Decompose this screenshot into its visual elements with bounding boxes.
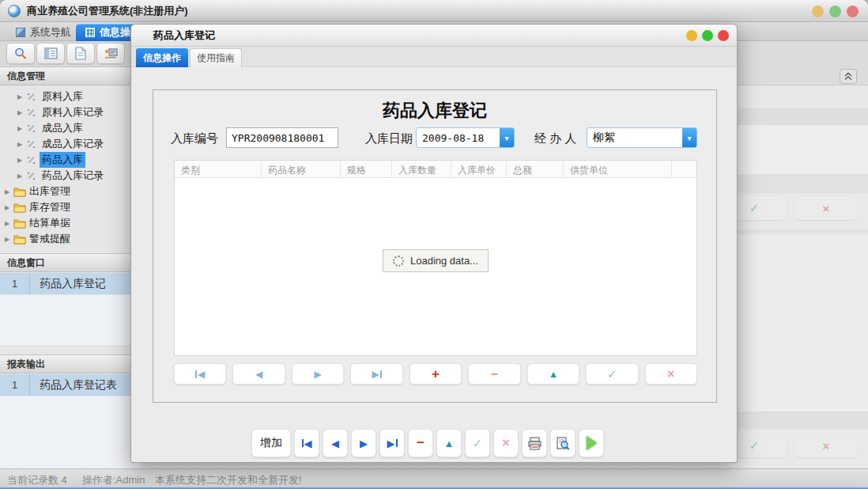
nav-next-button[interactable]: ▶ <box>292 363 344 385</box>
toolbar-next-button[interactable]: ▶ <box>351 429 376 457</box>
record-count: 当前记录数 4 <box>7 473 67 487</box>
dialog-tab-info-operation[interactable]: 信息操作 <box>136 48 188 67</box>
expand-icon[interactable]: ▶ <box>5 188 13 195</box>
operator: 操作者:Admin <box>82 473 145 487</box>
date-label: 入库日期 <box>365 131 413 146</box>
col-supplier[interactable]: 供货单位 <box>564 161 672 177</box>
record-nav-row: ◀ ◀ ▶ ▶ + − ▲ ✓ × <box>174 363 697 385</box>
grid-icon <box>85 28 95 37</box>
maximize-button[interactable] <box>829 6 841 17</box>
search-icon <box>13 47 28 61</box>
cancel-record-button[interactable]: × <box>493 429 519 457</box>
edit-row-button[interactable]: ▲ <box>527 363 579 385</box>
col-qty[interactable]: 入库数量 <box>392 161 451 177</box>
tab-system-navigation[interactable]: 系统导航 <box>6 24 81 41</box>
nav-first-button[interactable]: ◀ <box>174 363 226 385</box>
collapse-panel-button[interactable] <box>840 69 857 84</box>
dialog-close-button[interactable] <box>718 30 729 41</box>
date-select[interactable]: 2009-08-18 ▾ <box>416 127 515 148</box>
tool-icon <box>26 139 36 150</box>
nav-prev-button[interactable]: ◀ <box>232 363 285 385</box>
minimize-button[interactable] <box>812 6 824 17</box>
datasheet-icon <box>44 47 58 59</box>
datasheet-button[interactable] <box>36 43 65 64</box>
add-record-button[interactable]: 增加 <box>251 429 291 457</box>
cross-icon: × <box>667 367 674 381</box>
run-button[interactable] <box>579 429 604 457</box>
expand-icon[interactable]: ▶ <box>17 157 26 164</box>
expand-icon[interactable]: ▶ <box>17 125 26 132</box>
tree-item-drug-in-record[interactable]: ▶ 药品入库记录 <box>0 168 141 184</box>
chevron-down-icon[interactable]: ▾ <box>682 128 696 147</box>
dialog-maximize-button[interactable] <box>702 30 713 41</box>
cross-icon: × <box>823 439 830 453</box>
delete-row-button[interactable]: − <box>468 363 520 385</box>
tree-item-raw-material-in-record[interactable]: ▶ 原料入库记录 <box>0 104 141 120</box>
search-button[interactable] <box>6 43 35 64</box>
handler-select[interactable]: 柳絮 ▾ <box>587 127 697 148</box>
tree-folder-alert[interactable]: ▶ 警戒提醒 <box>0 231 141 247</box>
status-bar: 当前记录数 4 操作者:Admin 本系统支持二次开发和全新开发! <box>0 468 868 489</box>
delete-record-button[interactable]: − <box>408 429 433 457</box>
dialog-minimize-button[interactable] <box>686 30 697 41</box>
col-drug-name[interactable]: 药品名称 <box>262 161 341 177</box>
form-row: 入库编号 入库日期 2009-08-18 ▾ 经 办 人 柳絮 ▾ <box>153 127 716 150</box>
tree-item-raw-material-in[interactable]: ▶ 原料入库 <box>0 89 141 104</box>
code-input[interactable] <box>226 127 338 148</box>
app-logo-icon <box>8 5 21 17</box>
expand-icon[interactable]: ▶ <box>5 220 13 227</box>
date-value: 2009-08-18 <box>417 132 500 144</box>
cancel-row-button[interactable]: × <box>645 363 697 385</box>
print-preview-button[interactable] <box>550 429 576 457</box>
bg-cancel-button[interactable]: × <box>794 196 858 220</box>
tree-item-finished-in-record[interactable]: ▶ 成品入库记录 <box>0 136 141 152</box>
handler-label: 经 办 人 <box>534 131 576 146</box>
toolbar-prev-button[interactable]: ◀ <box>323 429 348 457</box>
tree-item-finished-in[interactable]: ▶ 成品入库 <box>0 120 141 136</box>
table-header-row: 类别 药品名称 规格 入库数量 入库单价 总额 供货单位 <box>175 161 696 178</box>
dialog-tab-user-guide[interactable]: 使用指南 <box>190 48 242 67</box>
nav-last-button[interactable]: ▶ <box>350 363 402 385</box>
bg-cancel-button[interactable]: × <box>794 434 858 457</box>
info-window-row[interactable]: 1 药品入库登记 <box>0 273 141 295</box>
tree-folder-settlement[interactable]: ▶ 结算单据 <box>0 215 141 231</box>
print-button[interactable] <box>522 429 547 457</box>
info-management-tree: ▶ 原料入库 ▶ 原料入库记录 ▶ 成品入库 ▶ 成品入库记录 ▶ <box>0 89 141 247</box>
add-row-button[interactable]: + <box>409 363 462 385</box>
expand-icon[interactable]: ▶ <box>17 109 26 116</box>
cross-icon: × <box>823 202 830 215</box>
col-spec[interactable]: 规格 <box>341 161 392 177</box>
double-chevron-up-icon <box>843 72 853 81</box>
edit-record-button[interactable]: ▲ <box>436 429 462 457</box>
toolbar-last-button[interactable]: ▶ <box>379 429 405 457</box>
expand-icon[interactable]: ▶ <box>17 141 26 148</box>
first-icon: ◀ <box>198 369 205 380</box>
form-heading: 药品入库登记 <box>153 99 716 123</box>
col-unit-price[interactable]: 入库单价 <box>451 161 507 177</box>
document-button[interactable] <box>66 43 95 64</box>
drug-entry-table: 类别 药品名称 规格 入库数量 入库单价 总额 供货单位 Loading dat… <box>174 160 697 356</box>
first-icon: ◀ <box>304 438 312 449</box>
tree-item-drug-in[interactable]: ▶ 药品入库 <box>0 152 141 168</box>
expand-icon[interactable]: ▶ <box>17 93 26 100</box>
app-title: 商业养殖公司管理系统(非注册用户) <box>27 4 188 18</box>
triangle-up-icon: ▲ <box>549 369 558 380</box>
close-button[interactable] <box>847 6 859 17</box>
toolbar-first-button[interactable]: ◀ <box>294 429 319 457</box>
presentation-icon <box>104 47 118 60</box>
expand-icon[interactable]: ▶ <box>17 172 26 180</box>
tree-folder-inventory[interactable]: ▶ 库存管理 <box>0 199 141 215</box>
tree-folder-outbound[interactable]: ▶ 出库管理 <box>0 184 141 199</box>
tree-folder-label: 警戒提醒 <box>29 232 70 246</box>
confirm-row-button[interactable]: ✓ <box>586 363 638 385</box>
col-category[interactable]: 类别 <box>175 161 262 177</box>
status-message: 本系统支持二次开发和全新开发! <box>155 473 302 487</box>
chevron-down-icon[interactable]: ▾ <box>500 128 514 147</box>
post-record-button[interactable]: ✓ <box>465 429 490 457</box>
presentation-button[interactable] <box>96 43 125 64</box>
report-output-row[interactable]: 1 药品入库登记表 <box>0 374 141 396</box>
expand-icon[interactable]: ▶ <box>5 204 13 211</box>
app-window: 商业养殖公司管理系统(非注册用户) 系统导航 信息操作 <box>0 0 868 489</box>
col-total[interactable]: 总额 <box>507 161 564 177</box>
expand-icon[interactable]: ▶ <box>5 236 13 243</box>
